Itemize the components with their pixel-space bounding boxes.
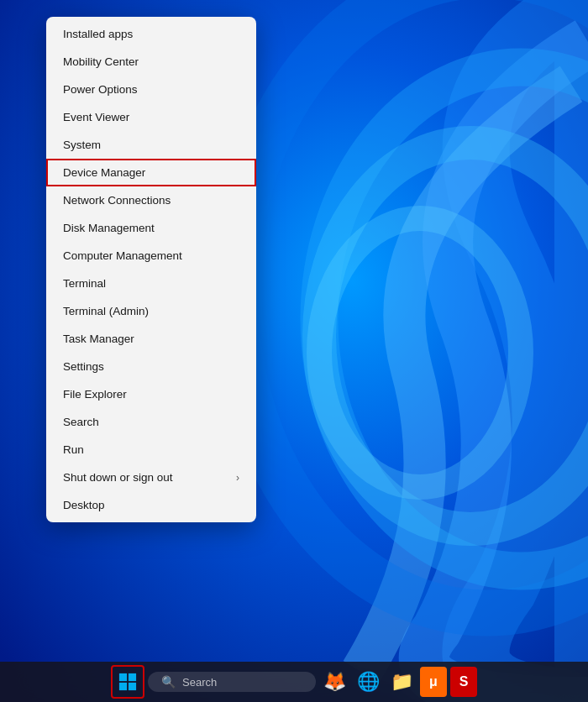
menu-item-event-viewer[interactable]: Event Viewer: [46, 103, 256, 131]
menu-item-label: Run: [63, 443, 84, 456]
menu-item-label: Event Viewer: [63, 111, 129, 123]
menu-item-network-connections[interactable]: Network Connections: [46, 186, 256, 214]
menu-item-device-manager[interactable]: Device Manager: [46, 159, 256, 186]
menu-item-label: Network Connections: [63, 194, 171, 207]
taskbar-center: 🔍 Search 🦊 🌐 📁 μ S: [111, 665, 477, 699]
search-icon: 🔍: [161, 675, 176, 689]
menu-item-label: Settings: [63, 360, 104, 373]
menu-item-file-explorer[interactable]: File Explorer: [46, 380, 256, 408]
menu-item-label: Task Manager: [63, 333, 134, 345]
menu-item-system[interactable]: System: [46, 131, 256, 159]
submenu-arrow-icon: ›: [236, 472, 239, 484]
svg-rect-5: [119, 673, 127, 681]
menu-item-label: Power Options: [63, 83, 138, 96]
menu-item-label: File Explorer: [63, 388, 127, 401]
menu-item-label: Disk Management: [63, 222, 155, 234]
menu-item-desktop[interactable]: Desktop: [46, 491, 256, 519]
search-bar[interactable]: 🔍 Search: [148, 672, 316, 692]
windows-logo-icon: [118, 673, 137, 691]
taskbar-icon-chrome[interactable]: 🌐: [353, 667, 383, 697]
menu-item-power-options[interactable]: Power Options: [46, 76, 256, 103]
menu-item-label: Terminal (Admin): [63, 305, 149, 317]
taskbar-icon-fox[interactable]: 🦊: [319, 667, 349, 697]
menu-item-disk-management[interactable]: Disk Management: [46, 214, 256, 242]
menu-item-mobility-center[interactable]: Mobility Center: [46, 48, 256, 76]
menu-item-run[interactable]: Run: [46, 436, 256, 464]
menu-item-terminal[interactable]: Terminal: [46, 270, 256, 297]
menu-item-terminal-admin[interactable]: Terminal (Admin): [46, 297, 256, 325]
menu-item-label: System: [63, 139, 101, 151]
svg-rect-7: [119, 683, 127, 690]
search-label: Search: [182, 676, 217, 689]
start-button[interactable]: [111, 665, 144, 699]
svg-rect-8: [129, 683, 136, 690]
taskbar-icon-torrent[interactable]: μ: [420, 667, 447, 697]
menu-item-label: Computer Management: [63, 249, 182, 262]
menu-item-label: Device Manager: [63, 166, 145, 179]
menu-item-shut-down-or-sign-out[interactable]: Shut down or sign out›: [46, 464, 256, 491]
menu-item-label: Terminal: [63, 277, 106, 290]
menu-item-label: Installed apps: [63, 28, 133, 40]
menu-item-installed-apps[interactable]: Installed apps: [46, 20, 256, 48]
taskbar: 🔍 Search 🦊 🌐 📁 μ S: [0, 662, 588, 702]
menu-item-computer-management[interactable]: Computer Management: [46, 242, 256, 270]
taskbar-icon-s[interactable]: S: [450, 667, 477, 697]
menu-item-task-manager[interactable]: Task Manager: [46, 325, 256, 353]
menu-item-search[interactable]: Search: [46, 408, 256, 436]
svg-rect-6: [129, 673, 136, 681]
menu-item-label: Search: [63, 416, 99, 428]
context-menu: Installed appsMobility CenterPower Optio…: [46, 17, 256, 522]
menu-item-label: Mobility Center: [63, 55, 139, 68]
menu-item-settings[interactable]: Settings: [46, 353, 256, 380]
menu-item-label: Shut down or sign out: [63, 471, 173, 484]
taskbar-icon-files[interactable]: 📁: [386, 667, 417, 697]
menu-item-label: Desktop: [63, 499, 105, 511]
